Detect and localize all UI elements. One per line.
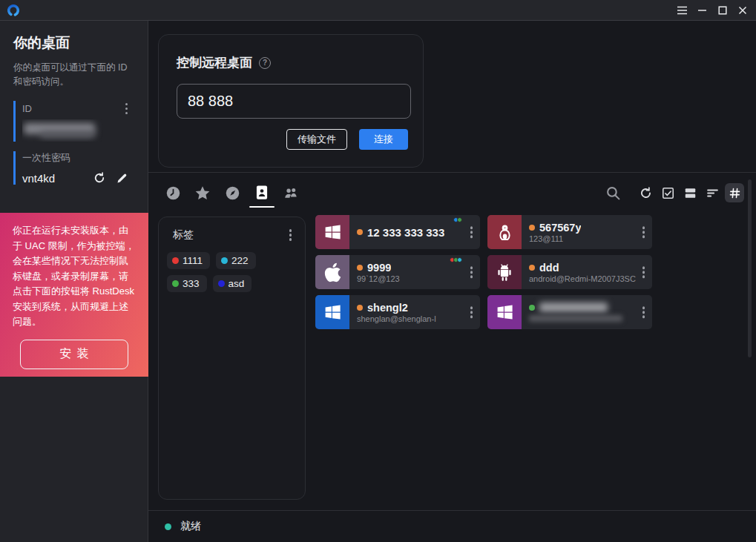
peer-status-dot — [529, 305, 535, 311]
peer-subtitle-censored — [529, 315, 622, 322]
tab-address-book[interactable] — [254, 185, 270, 201]
peer-name: 9999 — [367, 262, 391, 274]
peer-toolbar — [600, 183, 744, 202]
peer-menu-icon[interactable] — [467, 224, 477, 240]
remote-id-input[interactable] — [177, 84, 411, 119]
toolbar-card-view-button[interactable] — [680, 183, 700, 202]
tab-group[interactable] — [283, 185, 300, 201]
peer-menu-icon[interactable] — [467, 304, 477, 320]
id-section: ID — [13, 101, 134, 142]
status-text: 就绪 — [180, 520, 201, 533]
sidebar-title: 你的桌面 — [13, 33, 134, 53]
list-icon — [706, 186, 720, 200]
tag-chip[interactable]: asd — [213, 275, 252, 292]
peer-card[interactable]: 567567y 123@111 — [487, 215, 652, 249]
peer-name: ddd — [539, 262, 559, 274]
peer-menu-icon[interactable] — [639, 304, 649, 320]
tag-chip[interactable]: 1111 — [167, 252, 210, 269]
windows-logo-icon — [315, 215, 349, 249]
peer-tag-dots — [451, 257, 462, 262]
grid-icon — [729, 187, 741, 199]
peer-status-dot — [357, 265, 363, 271]
toolbar-select-button[interactable] — [658, 183, 677, 202]
peer-grid: 12 333 333 333 567567y 123@111 9999 99`1… — [315, 215, 652, 329]
tab-discovered[interactable] — [224, 185, 240, 201]
refresh-password-icon[interactable] — [93, 171, 106, 185]
tag-color-dot — [218, 280, 225, 287]
sidebar-description: 你的桌面可以通过下面的 ID 和密码访问。 — [13, 61, 137, 90]
status-bar: 就绪 — [148, 510, 756, 542]
people-icon — [283, 185, 300, 200]
menu-icon[interactable] — [672, 0, 692, 20]
connect-button[interactable]: 连接 — [359, 129, 408, 150]
toolbar-grid-view-button[interactable] — [725, 183, 744, 202]
peer-card[interactable] — [487, 295, 652, 329]
maximize-icon[interactable] — [712, 0, 732, 20]
tag-chip[interactable]: 222 — [216, 252, 256, 269]
checkbox-icon — [661, 186, 675, 200]
install-notice-text: 你正在运行未安装版本，由于 UAC 限制，作为被控端，会在某些情况下无法控制鼠标… — [13, 223, 136, 330]
refresh-icon — [639, 186, 653, 200]
peer-subtitle: 123@111 — [529, 234, 652, 243]
password-label: 一次性密码 — [22, 151, 134, 165]
transfer-file-button[interactable]: 传输文件 — [286, 129, 347, 150]
rustdesk-logo-icon — [7, 4, 20, 17]
peer-menu-icon[interactable] — [639, 264, 649, 280]
id-label: ID — [22, 103, 32, 114]
tag-chip[interactable]: 333 — [167, 275, 207, 292]
id-menu-icon[interactable] — [122, 101, 132, 117]
tab-favorites[interactable] — [194, 185, 211, 201]
edit-password-icon[interactable] — [116, 172, 128, 185]
tag-list: 1111 222 333 asd — [167, 252, 297, 292]
search-icon — [605, 185, 621, 201]
id-value-censored — [22, 119, 134, 142]
help-icon[interactable]: ? — [259, 57, 271, 69]
peer-menu-icon[interactable] — [467, 264, 477, 280]
tag-label: 333 — [183, 278, 200, 289]
tag-label: 222 — [231, 255, 249, 266]
peer-subtitle: android@Redmi-M2007J3SC — [529, 274, 652, 283]
password-section: 一次性密码 vnt4kd — [13, 151, 134, 185]
minimize-icon[interactable] — [692, 0, 712, 20]
android-logo-icon — [487, 255, 522, 289]
linux-logo-icon — [487, 215, 522, 249]
connect-title: 控制远程桌面 — [177, 54, 252, 71]
sidebar: 你的桌面 你的桌面可以通过下面的 ID 和密码访问。 ID 一次性密码 vnt4… — [0, 21, 148, 542]
peer-menu-icon[interactable] — [639, 224, 649, 240]
toolbar-search-button[interactable] — [603, 183, 622, 202]
window-controls — [672, 0, 756, 20]
peer-subtitle: 99`12@123 — [357, 274, 480, 283]
peer-status-dot — [529, 265, 535, 271]
title-bar — [0, 0, 756, 21]
peer-card[interactable]: 9999 99`12@123 — [315, 255, 480, 289]
peer-card[interactable]: shengl2 shenglan@shenglan-l — [315, 295, 480, 329]
tag-color-dot — [221, 257, 228, 264]
peer-status-dot — [357, 305, 363, 311]
peer-card[interactable]: ddd android@Redmi-M2007J3SC — [487, 255, 652, 289]
tags-panel: 标签 1111 222 333 asd — [158, 217, 306, 500]
tag-label: asd — [229, 278, 245, 289]
windows-logo-icon — [315, 295, 349, 329]
close-icon[interactable] — [732, 0, 752, 20]
clock-icon — [165, 185, 181, 201]
tab-recent-sessions[interactable] — [165, 185, 181, 201]
install-button[interactable]: 安装 — [20, 340, 128, 369]
main-area: 控制远程桌面 ? 传输文件 连接 标签 1111 222 333 asd — [148, 21, 756, 542]
windows-logo-icon — [487, 295, 522, 329]
install-notice: 你正在运行未安装版本，由于 UAC 限制，作为被控端，会在某些情况下无法控制鼠标… — [0, 213, 148, 377]
peer-tag-dots — [455, 217, 462, 222]
scrollbar[interactable] — [748, 179, 752, 357]
tags-menu-icon[interactable] — [286, 227, 296, 243]
toolbar-refresh-button[interactable] — [636, 183, 655, 202]
tag-label: 1111 — [183, 255, 203, 266]
cards-icon — [683, 186, 697, 200]
tags-header: 标签 — [173, 228, 194, 242]
peer-status-dot — [529, 225, 535, 231]
peer-card[interactable]: 12 333 333 333 — [315, 215, 480, 249]
tag-color-dot — [172, 257, 179, 264]
status-dot — [165, 523, 171, 530]
peer-name: shengl2 — [367, 302, 408, 314]
peer-name-censored — [539, 303, 608, 312]
star-icon — [194, 185, 211, 202]
toolbar-list-view-button[interactable] — [703, 183, 722, 202]
